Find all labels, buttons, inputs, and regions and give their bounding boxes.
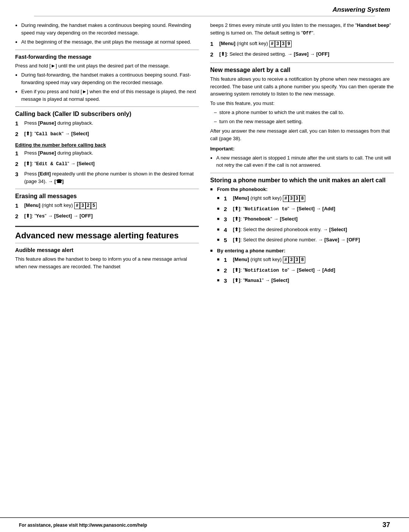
divider-new-msg	[210, 63, 394, 63]
step-edit-2: 2 [⬆]: "Edit & Call" → [Select]	[15, 160, 199, 169]
fast-forwarding-bullet-1: During fast-forwarding, the handset make…	[15, 71, 199, 86]
important-label: Important:	[210, 145, 394, 153]
header-area: Answering System	[0, 0, 409, 16]
new-msg-touse: To use this feature, you must:	[210, 100, 394, 107]
fast-forwarding-intro: Press and hold [►] until the unit plays …	[15, 62, 199, 70]
important-bullets: A new message alert is stopped 1 minute …	[210, 154, 394, 169]
audible-cont: beeps 2 times every minute until you lis…	[210, 22, 394, 37]
editing-heading: Editing the number before calling back	[15, 142, 199, 148]
divider-adv-sub	[15, 243, 199, 243]
fast-forwarding-heading: Fast-forwarding the message	[15, 54, 199, 60]
audible-text: This feature allows the handset to beep …	[15, 255, 199, 270]
intro-bullet-1: During rewinding, the handset makes a co…	[15, 22, 199, 36]
step-erase-2: 2 [⬆]: "Yes" → [Select] → [OFF]	[15, 212, 199, 221]
calling-back-steps: 1 Press [Pause] during playback. 2 [⬆]: …	[15, 119, 199, 138]
advanced-heading: Advanced new message alerting features	[15, 231, 199, 241]
main-content: During rewinding, the handset makes a co…	[0, 16, 409, 288]
footer-text: For assistance, please visit http://www.…	[19, 523, 147, 528]
step-en-3: 3 [⬆]: "Manual" → [Select]	[217, 277, 394, 285]
new-msg-after: After you answer the new message alert c…	[210, 127, 394, 142]
new-message-alert-section: New message alert by a call This feature…	[210, 67, 394, 169]
step-cb-1: 1 Press [Pause] during playback.	[15, 119, 199, 128]
step-pb-3: 3 [⬆]: "Phonebook" → [Select]	[217, 215, 394, 224]
step-pb-5: 5 [⬆]: Select the desired phone number. …	[217, 236, 394, 245]
calling-back-section: Calling back (Caller ID subscribers only…	[15, 111, 199, 185]
left-column: During rewinding, the handset makes a co…	[15, 16, 199, 288]
important-bullet-1: A new message alert is stopped 1 minute …	[210, 154, 394, 169]
page-title: Answering System	[19, 6, 390, 16]
step-pb-4: 4 [⬆]: Select the desired phonebook entr…	[217, 226, 394, 235]
new-msg-intro: This feature allows you to receive a not…	[210, 75, 394, 98]
divider-1	[15, 50, 199, 50]
step-erase-1: 1 [Menu] (right soft key) #325	[15, 202, 199, 210]
audible-heading: Audible message alert	[15, 247, 199, 253]
phonebook-steps: 1 [Menu] (right soft key) #338 2 [⬆]: "N…	[217, 194, 394, 245]
storing-heading: Storing a phone number to which the unit…	[210, 177, 394, 184]
step-pb-1: 1 [Menu] (right soft key) #338	[217, 194, 394, 203]
step-en-2: 2 [⬆]: "Notification to" → [Select] → [A…	[217, 266, 394, 275]
intro-bullets: During rewinding, the handset makes a co…	[15, 22, 199, 46]
step-en-1: 1 [Menu] (right soft key) #338	[217, 256, 394, 264]
divider-storing	[210, 173, 394, 173]
erasing-heading: Erasing all messages	[15, 193, 199, 200]
page-footer: For assistance, please visit http://www.…	[0, 517, 409, 532]
audible-steps: 1 [Menu] (right soft key) #339 2 [⬆]: Se…	[210, 40, 394, 59]
footer-page: 37	[382, 521, 390, 529]
by-entering-sq: By entering a phone number: 1 [Menu] (ri…	[210, 247, 394, 285]
right-column: beeps 2 times every minute until you lis…	[210, 16, 394, 288]
divider-2	[15, 106, 199, 107]
by-entering-label: By entering a phone number: 1 [Menu] (ri…	[210, 247, 394, 285]
page: Answering System During rewinding, the h…	[0, 0, 409, 532]
erasing-section: Erasing all messages 1 [Menu] (right sof…	[15, 193, 199, 221]
erasing-steps: 1 [Menu] (right soft key) #325 2 [⬆]: "Y…	[15, 202, 199, 221]
from-phonebook-label: From the phonebook: 1 [Menu] (right soft…	[210, 186, 394, 245]
editing-steps: 1 Press [Pause] during playback. 2 [⬆]: …	[15, 149, 199, 185]
advanced-section: Advanced new message alerting features A…	[15, 231, 199, 270]
new-msg-dash-list: store a phone number to which the unit m…	[214, 109, 394, 125]
step-aud-1: 1 [Menu] (right soft key) #339	[210, 40, 394, 49]
step-cb-2: 2 [⬆]: "Call back" → [Select]	[15, 130, 199, 139]
step-pb-2: 2 [⬆]: "Notification to" → [Select] → [A…	[217, 205, 394, 214]
new-message-alert-heading: New message alert by a call	[210, 67, 394, 74]
intro-bullet-2: At the beginning of the message, the uni…	[15, 38, 199, 46]
calling-back-heading: Calling back (Caller ID subscribers only…	[15, 111, 199, 117]
step-aud-2: 2 [⬆]: Select the desired setting. → [Sa…	[210, 50, 394, 59]
from-phonebook-sq: From the phonebook: 1 [Menu] (right soft…	[210, 186, 394, 245]
step-edit-1: 1 Press [Pause] during playback.	[15, 149, 199, 158]
divider-advanced	[15, 226, 199, 227]
fast-forwarding-section: Fast-forwarding the message Press and ho…	[15, 54, 199, 103]
dash-2: turn on the new message alert setting.	[214, 118, 394, 125]
entering-steps: 1 [Menu] (right soft key) #338 2 [⬆]: "N…	[217, 256, 394, 285]
step-edit-3: 3 Press [Edit] repeatedly until the phon…	[15, 170, 199, 185]
fast-forwarding-bullet-2: Even if you press and hold [►] when the …	[15, 88, 199, 103]
fast-forwarding-bullets: During fast-forwarding, the handset make…	[15, 71, 199, 103]
storing-section: Storing a phone number to which the unit…	[210, 177, 394, 285]
dash-1: store a phone number to which the unit m…	[214, 109, 394, 116]
divider-3	[15, 189, 199, 189]
